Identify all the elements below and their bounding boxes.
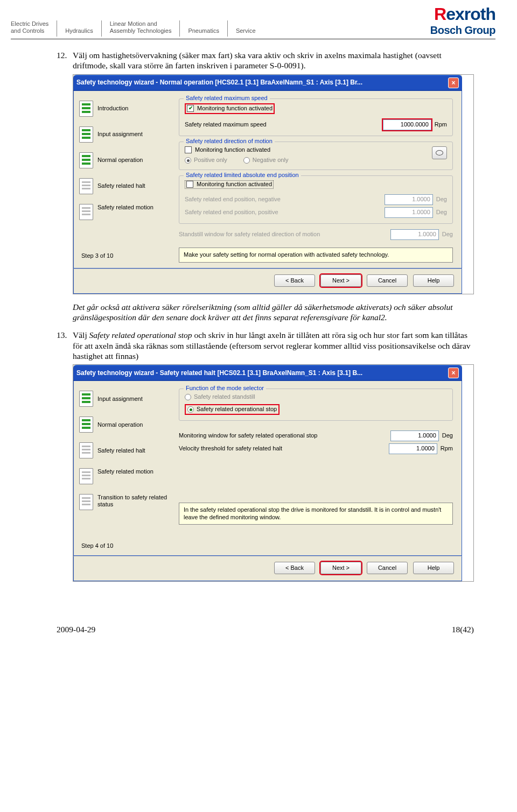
step-label: Normal operation [97, 421, 143, 428]
next-button[interactable]: Next > [320, 562, 361, 574]
close-icon[interactable]: × [448, 77, 459, 88]
next-button[interactable]: Next > [320, 274, 361, 287]
button-row: < Back Next > Cancel Help [73, 556, 462, 581]
checkbox-monitoring-activated[interactable]: ✔Monitoring function activated [185, 103, 275, 114]
field-label: Safety related end position, positive [185, 209, 385, 216]
radio-positive-only[interactable]: Positive only [185, 157, 227, 164]
field-label: Safety related maximum speed [185, 121, 383, 129]
italic-note: Det går också att aktivera säker rörelse… [73, 302, 474, 323]
window-title: Safety technology wizard - Safety relate… [76, 369, 362, 377]
hint-text: In the safety related operational stop t… [179, 503, 453, 525]
step-label: Safety related halt [97, 447, 145, 454]
step-counter: Step 3 of 10 [79, 252, 173, 260]
unit-label: Deg [442, 432, 453, 440]
button-row: < Back Next > Cancel Help [73, 269, 462, 294]
group-title: Safety related limited absolute end posi… [184, 172, 301, 179]
unit-label: Deg [436, 196, 447, 203]
group-title: Function of the mode selector [184, 385, 266, 392]
screenshot-wizard-safety-halt: Safety technology wizard - Safety relate… [73, 364, 474, 582]
step-done-icon [79, 126, 93, 143]
radio-standstill[interactable]: Safety related standstill [185, 393, 447, 401]
screenshot-wizard-normal-operation: Safety technology wizard - Normal operat… [73, 74, 474, 294]
checkbox-monitoring-activated[interactable]: Monitoring function activated [185, 146, 432, 154]
eye-icon [436, 150, 443, 156]
end-neg-input: 1.0000 [385, 194, 433, 205]
header-link: Linear Motion and Assembly Technologies [101, 20, 180, 37]
help-button[interactable]: Help [413, 274, 454, 287]
step-done-icon [79, 101, 93, 117]
cancel-button[interactable]: Cancel [367, 562, 408, 574]
step-label: Input assignment [97, 396, 143, 403]
step-todo-icon [79, 468, 93, 484]
unit-label: Rpm [441, 445, 453, 453]
header-link: Pneumatics [179, 20, 227, 37]
header-link: Electric Drives and Controls [11, 20, 57, 37]
view-button[interactable] [432, 146, 447, 159]
group-mode-selector: Function of the mode selector Safety rel… [179, 389, 453, 421]
wizard-steps-panel: Input assignment Normal operation Safety… [79, 386, 173, 550]
step-done-icon [79, 391, 93, 407]
window-title: Safety technology wizard - Normal operat… [76, 79, 362, 87]
step-label: Transition to safety related status [97, 494, 173, 508]
field-label: Safety related end position, negative [185, 196, 385, 203]
step-label: Safety related halt [97, 182, 145, 189]
group-max-speed: Safety related maximum speed ✔Monitoring… [179, 98, 453, 136]
end-pos-input: 1.0000 [385, 207, 433, 218]
step-label: Introduction [97, 105, 128, 112]
list-number: 13. [57, 330, 73, 361]
standstill-input: 1.0000 [390, 229, 439, 240]
step-label: Safety related motion [97, 204, 153, 211]
radio-operational-stop[interactable]: Safety related operational stop [185, 404, 280, 415]
footer-date: 2009-04-29 [57, 625, 95, 634]
group-end-position: Safety related limited absolute end posi… [179, 175, 453, 224]
unit-label: Deg [442, 231, 453, 238]
cancel-button[interactable]: Cancel [367, 274, 408, 287]
back-button[interactable]: < Back [274, 274, 315, 287]
list-text: Välj om hastighetsövervakning (säker max… [73, 50, 474, 71]
step-label: Input assignment [97, 131, 143, 138]
group-direction: Safety related direction of motion Monit… [179, 142, 453, 171]
list-number: 12. [57, 50, 73, 71]
field-label: Velocity threshold for safety related ha… [179, 445, 389, 453]
step-todo-icon [79, 442, 93, 458]
back-button[interactable]: < Back [274, 562, 315, 574]
velocity-threshold-input[interactable]: 1.0000 [389, 443, 437, 454]
footer-page: 18(42) [452, 625, 474, 634]
content: 12. Välj om hastighetsövervakning (säker… [0, 39, 517, 582]
wizard-steps-panel: Introduction Input assignment Normal ope… [79, 96, 173, 263]
help-button[interactable]: Help [413, 562, 454, 574]
step-todo-icon [79, 204, 93, 220]
step-todo-icon [79, 494, 93, 510]
window-titlebar: Safety technology wizard - Safety relate… [73, 365, 462, 381]
checkbox-monitoring-activated[interactable]: Monitoring function activated [185, 180, 274, 189]
step-done-icon [79, 152, 93, 168]
radio-negative-only[interactable]: Negative only [243, 157, 289, 164]
field-label: Standstill window for safety related dir… [179, 231, 390, 238]
logo: Rexroth Bosch Group [430, 4, 495, 37]
field-label: Monitoring window for safety related ope… [179, 432, 390, 440]
unit-label: Deg [436, 209, 447, 216]
page-footer: 2009-04-29 18(42) [0, 625, 517, 634]
monitoring-window-input[interactable]: 1.0000 [390, 430, 439, 441]
max-speed-input[interactable]: 1000.0000 [383, 119, 431, 130]
step-todo-icon [79, 178, 93, 194]
group-title: Safety related maximum speed [184, 95, 270, 102]
step-done-icon [79, 416, 93, 433]
list-text: Välj Safety related operational stop och… [73, 330, 474, 361]
group-title: Safety related direction of motion [184, 138, 275, 145]
step-label: Normal operation [97, 157, 143, 164]
window-titlebar: Safety technology wizard - Normal operat… [73, 75, 462, 91]
step-counter: Step 4 of 10 [79, 542, 173, 550]
header-link: Service [227, 20, 264, 37]
hint-text: Make your safety setting for normal oper… [179, 248, 453, 263]
header-link: Hydraulics [57, 20, 101, 37]
unit-label: Rpm [435, 121, 447, 129]
page-header: Electric Drives and Controls Hydraulics … [0, 0, 517, 37]
step-label: Safety related motion [97, 468, 153, 475]
close-icon[interactable]: × [448, 368, 459, 378]
